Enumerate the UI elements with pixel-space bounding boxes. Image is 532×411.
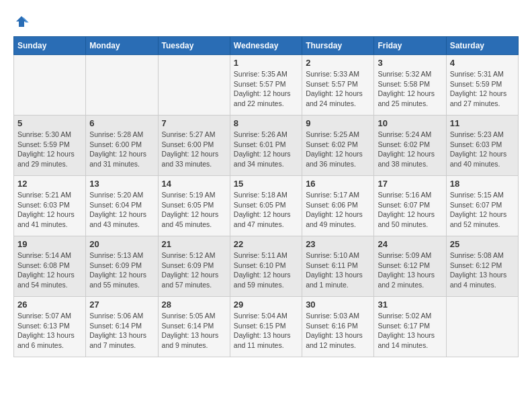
calendar-cell: 13Sunrise: 5:20 AM Sunset: 6:04 PM Dayli…: [86, 176, 158, 236]
day-number: 13: [89, 179, 154, 189]
calendar-cell: 7Sunrise: 5:27 AM Sunset: 6:00 PM Daylig…: [158, 116, 230, 176]
calendar-cell: 16Sunrise: 5:17 AM Sunset: 6:06 PM Dayli…: [302, 176, 374, 236]
page-header: [13, 13, 519, 30]
day-info: Sunrise: 5:13 AM Sunset: 6:09 PM Dayligh…: [89, 250, 154, 290]
day-info: Sunrise: 5:31 AM Sunset: 5:59 PM Dayligh…: [450, 69, 515, 109]
day-number: 3: [378, 58, 442, 68]
calendar-cell: 24Sunrise: 5:09 AM Sunset: 6:12 PM Dayli…: [374, 236, 446, 297]
day-number: 28: [162, 300, 226, 310]
day-info: Sunrise: 5:04 AM Sunset: 6:15 PM Dayligh…: [234, 311, 298, 351]
day-number: 5: [17, 118, 82, 128]
day-number: 10: [378, 118, 442, 128]
weekday-header-sunday: Sunday: [14, 37, 86, 55]
calendar-week-2: 5Sunrise: 5:30 AM Sunset: 5:59 PM Daylig…: [14, 116, 519, 176]
calendar-body: 1Sunrise: 5:35 AM Sunset: 5:57 PM Daylig…: [14, 55, 519, 357]
day-info: Sunrise: 5:26 AM Sunset: 6:01 PM Dayligh…: [234, 130, 298, 169]
calendar-table: SundayMondayTuesdayWednesdayThursdayFrid…: [13, 36, 519, 357]
day-info: Sunrise: 5:23 AM Sunset: 6:03 PM Dayligh…: [450, 130, 515, 169]
calendar-cell: 27Sunrise: 5:06 AM Sunset: 6:14 PM Dayli…: [86, 297, 158, 357]
calendar-cell: 6Sunrise: 5:28 AM Sunset: 6:00 PM Daylig…: [86, 116, 158, 176]
calendar-cell: 20Sunrise: 5:13 AM Sunset: 6:09 PM Dayli…: [86, 236, 158, 297]
calendar-cell: [446, 297, 518, 357]
day-info: Sunrise: 5:06 AM Sunset: 6:14 PM Dayligh…: [89, 311, 154, 351]
day-number: 24: [378, 239, 442, 249]
day-number: 1: [234, 58, 298, 68]
calendar-cell: 26Sunrise: 5:07 AM Sunset: 6:13 PM Dayli…: [14, 297, 86, 357]
calendar-cell: 1Sunrise: 5:35 AM Sunset: 5:57 PM Daylig…: [230, 55, 302, 116]
day-info: Sunrise: 5:08 AM Sunset: 6:12 PM Dayligh…: [450, 250, 515, 290]
day-number: 18: [450, 179, 515, 189]
calendar-cell: 9Sunrise: 5:25 AM Sunset: 6:02 PM Daylig…: [302, 116, 374, 176]
day-number: 6: [89, 118, 154, 128]
day-number: 27: [89, 300, 154, 310]
calendar-week-5: 26Sunrise: 5:07 AM Sunset: 6:13 PM Dayli…: [14, 297, 519, 357]
calendar-cell: 31Sunrise: 5:02 AM Sunset: 6:17 PM Dayli…: [374, 297, 446, 357]
calendar-cell: 4Sunrise: 5:31 AM Sunset: 5:59 PM Daylig…: [446, 55, 518, 116]
calendar-week-1: 1Sunrise: 5:35 AM Sunset: 5:57 PM Daylig…: [14, 55, 519, 116]
calendar-header: SundayMondayTuesdayWednesdayThursdayFrid…: [14, 37, 519, 55]
calendar-cell: 2Sunrise: 5:33 AM Sunset: 5:57 PM Daylig…: [302, 55, 374, 116]
day-number: 7: [162, 118, 226, 128]
day-info: Sunrise: 5:14 AM Sunset: 6:08 PM Dayligh…: [17, 250, 82, 290]
day-number: 21: [162, 239, 226, 249]
day-number: 19: [17, 239, 82, 249]
day-number: 14: [162, 179, 226, 189]
day-number: 2: [306, 58, 370, 68]
day-info: Sunrise: 5:02 AM Sunset: 6:17 PM Dayligh…: [378, 311, 442, 351]
day-number: 9: [306, 118, 370, 128]
calendar-cell: 21Sunrise: 5:12 AM Sunset: 6:09 PM Dayli…: [158, 236, 230, 297]
day-info: Sunrise: 5:19 AM Sunset: 6:05 PM Dayligh…: [162, 190, 226, 230]
day-info: Sunrise: 5:18 AM Sunset: 6:05 PM Dayligh…: [234, 190, 298, 230]
day-number: 8: [234, 118, 298, 128]
calendar-cell: 11Sunrise: 5:23 AM Sunset: 6:03 PM Dayli…: [446, 116, 518, 176]
day-number: 12: [17, 179, 82, 189]
calendar-cell: [14, 55, 86, 116]
weekday-header-thursday: Thursday: [302, 37, 374, 55]
calendar-cell: 23Sunrise: 5:10 AM Sunset: 6:11 PM Dayli…: [302, 236, 374, 297]
day-number: 17: [378, 179, 442, 189]
calendar-cell: 25Sunrise: 5:08 AM Sunset: 6:12 PM Dayli…: [446, 236, 518, 297]
day-number: 25: [450, 239, 515, 249]
weekday-header-monday: Monday: [86, 37, 158, 55]
day-info: Sunrise: 5:24 AM Sunset: 6:02 PM Dayligh…: [378, 130, 442, 169]
logo-icon: [13, 13, 30, 30]
day-info: Sunrise: 5:09 AM Sunset: 6:12 PM Dayligh…: [378, 250, 442, 290]
day-info: Sunrise: 5:12 AM Sunset: 6:09 PM Dayligh…: [162, 250, 226, 290]
day-info: Sunrise: 5:28 AM Sunset: 6:00 PM Dayligh…: [89, 130, 154, 169]
day-number: 16: [306, 179, 370, 189]
day-info: Sunrise: 5:27 AM Sunset: 6:00 PM Dayligh…: [162, 130, 226, 169]
calendar-cell: 15Sunrise: 5:18 AM Sunset: 6:05 PM Dayli…: [230, 176, 302, 236]
day-info: Sunrise: 5:05 AM Sunset: 6:14 PM Dayligh…: [162, 311, 226, 351]
day-number: 20: [89, 239, 154, 249]
calendar-week-4: 19Sunrise: 5:14 AM Sunset: 6:08 PM Dayli…: [14, 236, 519, 297]
calendar-cell: 3Sunrise: 5:32 AM Sunset: 5:58 PM Daylig…: [374, 55, 446, 116]
day-number: 29: [234, 300, 298, 310]
day-info: Sunrise: 5:32 AM Sunset: 5:58 PM Dayligh…: [378, 69, 442, 109]
weekday-header-row: SundayMondayTuesdayWednesdayThursdayFrid…: [14, 37, 519, 55]
calendar-cell: 5Sunrise: 5:30 AM Sunset: 5:59 PM Daylig…: [14, 116, 86, 176]
day-info: Sunrise: 5:21 AM Sunset: 6:03 PM Dayligh…: [17, 190, 82, 230]
calendar-cell: [86, 55, 158, 116]
calendar-cell: 28Sunrise: 5:05 AM Sunset: 6:14 PM Dayli…: [158, 297, 230, 357]
day-info: Sunrise: 5:15 AM Sunset: 6:07 PM Dayligh…: [450, 190, 515, 230]
day-info: Sunrise: 5:35 AM Sunset: 5:57 PM Dayligh…: [234, 69, 298, 109]
day-number: 30: [306, 300, 370, 310]
weekday-header-wednesday: Wednesday: [230, 37, 302, 55]
day-info: Sunrise: 5:33 AM Sunset: 5:57 PM Dayligh…: [306, 69, 370, 109]
day-info: Sunrise: 5:03 AM Sunset: 6:16 PM Dayligh…: [306, 311, 370, 351]
calendar-cell: 10Sunrise: 5:24 AM Sunset: 6:02 PM Dayli…: [374, 116, 446, 176]
day-number: 23: [306, 239, 370, 249]
calendar-cell: [158, 55, 230, 116]
calendar-cell: 17Sunrise: 5:16 AM Sunset: 6:07 PM Dayli…: [374, 176, 446, 236]
calendar-cell: 22Sunrise: 5:11 AM Sunset: 6:10 PM Dayli…: [230, 236, 302, 297]
calendar-cell: 12Sunrise: 5:21 AM Sunset: 6:03 PM Dayli…: [14, 176, 86, 236]
day-info: Sunrise: 5:11 AM Sunset: 6:10 PM Dayligh…: [234, 250, 298, 290]
day-info: Sunrise: 5:10 AM Sunset: 6:11 PM Dayligh…: [306, 250, 370, 290]
day-number: 15: [234, 179, 298, 189]
day-info: Sunrise: 5:25 AM Sunset: 6:02 PM Dayligh…: [306, 130, 370, 169]
weekday-header-saturday: Saturday: [446, 37, 518, 55]
calendar-cell: 18Sunrise: 5:15 AM Sunset: 6:07 PM Dayli…: [446, 176, 518, 236]
calendar-cell: 14Sunrise: 5:19 AM Sunset: 6:05 PM Dayli…: [158, 176, 230, 236]
weekday-header-friday: Friday: [374, 37, 446, 55]
day-number: 22: [234, 239, 298, 249]
